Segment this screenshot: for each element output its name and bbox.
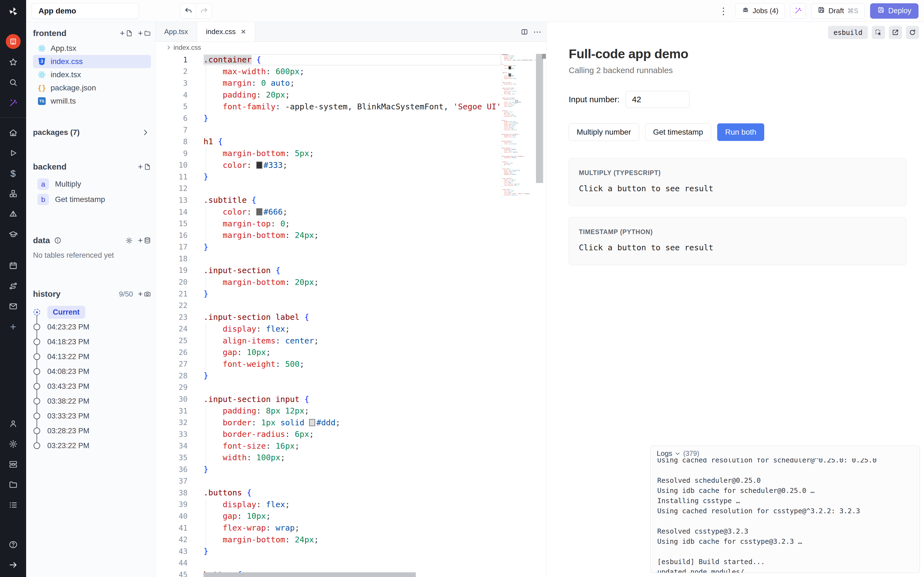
code-line-44[interactable]: 44	[155, 557, 502, 569]
inspect-select-icon[interactable]	[872, 26, 885, 39]
get-timestamp-button[interactable]: Get timestamp	[645, 123, 711, 141]
minimap[interactable]: .container { max-width: 600px; margin: 0…	[502, 54, 535, 577]
code-line-2[interactable]: 2 max-width: 600px;	[155, 66, 502, 77]
info-icon[interactable]	[54, 237, 61, 244]
history-item-6[interactable]: 03:33:23 PM	[34, 409, 151, 424]
code-line-24[interactable]: 24 display: flex;	[155, 323, 502, 335]
code-line-29[interactable]: 29	[155, 382, 502, 393]
settings-gear-icon[interactable]	[6, 437, 20, 451]
undo-button[interactable]	[180, 3, 196, 18]
code-line-31[interactable]: 31 padding: 8px 12px;	[155, 405, 502, 417]
code-line-12[interactable]: 12	[155, 183, 502, 195]
folder-icon[interactable]	[6, 477, 20, 492]
sidebar-file-App-tsx[interactable]: App.tsx	[33, 42, 151, 55]
code-line-13[interactable]: 13.subtitle {	[155, 194, 502, 206]
code-line-10[interactable]: 10 color: #333;	[155, 159, 502, 171]
code-line-17[interactable]: 17}	[155, 241, 502, 253]
add-database-button[interactable]: +	[138, 236, 151, 245]
graduation-cap-icon[interactable]	[6, 227, 20, 242]
add-file-button[interactable]: +	[120, 29, 133, 37]
expand-arrow-icon[interactable]	[6, 558, 20, 572]
close-tab-icon[interactable]: ✕	[241, 28, 246, 36]
sidebar-file-package-json[interactable]: {}package.json	[33, 81, 151, 95]
add-folder-button[interactable]: +	[138, 29, 151, 37]
code-line-18[interactable]: 18	[155, 253, 502, 264]
code-line-36[interactable]: 36}	[155, 464, 502, 475]
code-line-19[interactable]: 19.input-section {	[155, 264, 502, 276]
server-settings-icon[interactable]	[6, 457, 20, 472]
tab-app-tsx[interactable]: App.tsx	[155, 22, 197, 42]
jobs-button[interactable]: Jobs (4)	[735, 3, 785, 19]
tab-index-css[interactable]: index.css ✕	[197, 22, 255, 42]
scrollbar-thumb[interactable]	[536, 54, 543, 183]
history-item-4[interactable]: 03:43:23 PM	[34, 379, 151, 394]
code-line-26[interactable]: 26 gap: 10px;	[155, 347, 502, 358]
breadcrumb[interactable]: index.css	[155, 42, 546, 53]
code-line-27[interactable]: 27 font-weight: 500;	[155, 358, 502, 370]
open-external-icon[interactable]	[889, 26, 902, 39]
add-snapshot-button[interactable]: +	[138, 290, 151, 298]
route-icon[interactable]	[6, 279, 20, 293]
sidebar-file-index-tsx[interactable]: index.tsx	[33, 68, 151, 81]
history-item-2[interactable]: 04:13:22 PM	[34, 349, 151, 364]
code-line-6[interactable]: 6}	[155, 112, 502, 124]
plus-icon[interactable]: +	[6, 319, 20, 334]
windmill-logo-icon[interactable]	[6, 5, 20, 19]
chevron-down-icon[interactable]	[675, 451, 680, 456]
code-line-14[interactable]: 14 color: #666;	[155, 206, 502, 218]
code-line-16[interactable]: 16 margin-bottom: 24px;	[155, 229, 502, 241]
logs-body[interactable]: Using cached resolution for scheduler@^0…	[651, 455, 919, 572]
magic-wand-icon[interactable]	[6, 96, 20, 110]
code-line-21[interactable]: 21}	[155, 288, 502, 300]
backend-runnable-a[interactable]: aMultiply	[33, 176, 151, 192]
sidebar-file-index-css[interactable]: 3index.css	[33, 55, 151, 68]
mail-icon[interactable]	[6, 299, 20, 314]
code-line-7[interactable]: 7	[155, 124, 502, 136]
workspace-badge-icon[interactable]	[6, 34, 21, 49]
code-line-40[interactable]: 40 gap: 10px;	[155, 510, 502, 522]
code-line-32[interactable]: 32 border: 1px solid #ddd;	[155, 417, 502, 428]
play-icon[interactable]	[6, 146, 20, 160]
history-item-1[interactable]: 04:18:23 PM	[34, 334, 151, 349]
esbuild-badge[interactable]: esbuild	[828, 26, 868, 39]
history-item-3[interactable]: 04:08:23 PM	[34, 364, 151, 379]
help-icon[interactable]	[6, 537, 20, 552]
history-item-0[interactable]: 04:23:23 PM	[34, 319, 151, 334]
code-line-22[interactable]: 22	[155, 300, 502, 311]
code-line-43[interactable]: 43}	[155, 545, 502, 557]
multiply-number-button[interactable]: Multiply number	[569, 123, 639, 141]
deploy-button[interactable]: Deploy	[870, 3, 919, 19]
code-line-39[interactable]: 39 display: flex;	[155, 499, 502, 511]
dollar-icon[interactable]: $	[6, 166, 20, 181]
code-line-8[interactable]: 8h1 {	[155, 136, 502, 148]
user-icon[interactable]	[6, 417, 20, 431]
code-line-9[interactable]: 9 margin-bottom: 5px;	[155, 148, 502, 160]
search-icon[interactable]	[6, 75, 20, 90]
code-line-5[interactable]: 5 font-family: -apple-system, BlinkMacSy…	[155, 101, 502, 112]
code-line-20[interactable]: 20 margin-bottom: 20px;	[155, 276, 502, 288]
app-name-input[interactable]	[32, 3, 139, 19]
code-line-23[interactable]: 23.input-section label {	[155, 311, 502, 323]
code-line-15[interactable]: 15 margin-top: 0;	[155, 218, 502, 229]
home-icon[interactable]	[6, 126, 20, 140]
cubes-icon[interactable]	[6, 187, 20, 201]
data-settings-gear-icon[interactable]	[125, 237, 133, 244]
kebab-menu-icon[interactable]: ⋮	[717, 6, 730, 16]
redo-button[interactable]	[196, 3, 212, 18]
packages-row[interactable]: packages (7)	[33, 128, 151, 137]
code-line-34[interactable]: 34 font-size: 16px;	[155, 440, 502, 452]
code-line-4[interactable]: 4 padding: 20px;	[155, 89, 502, 101]
code-line-33[interactable]: 33 border-radius: 6px;	[155, 428, 502, 440]
code-line-41[interactable]: 41 flex-wrap: wrap;	[155, 522, 502, 534]
code-line-42[interactable]: 42 margin-bottom: 24px;	[155, 533, 502, 545]
history-item-current[interactable]: Current	[34, 305, 151, 319]
horizontal-scrollbar[interactable]	[204, 572, 416, 577]
logs-header[interactable]: Logs (379)	[651, 446, 919, 458]
star-icon[interactable]	[6, 55, 20, 69]
backend-runnable-b[interactable]: bGet timestamp	[33, 192, 151, 207]
editor-body[interactable]: 1.container {2 max-width: 600px;3 margin…	[155, 53, 546, 577]
split-editor-icon[interactable]	[520, 28, 528, 36]
editor-more-icon[interactable]: ⋯	[533, 28, 541, 36]
input-number-field[interactable]	[626, 91, 690, 108]
vertical-scrollbar[interactable]	[535, 54, 546, 577]
